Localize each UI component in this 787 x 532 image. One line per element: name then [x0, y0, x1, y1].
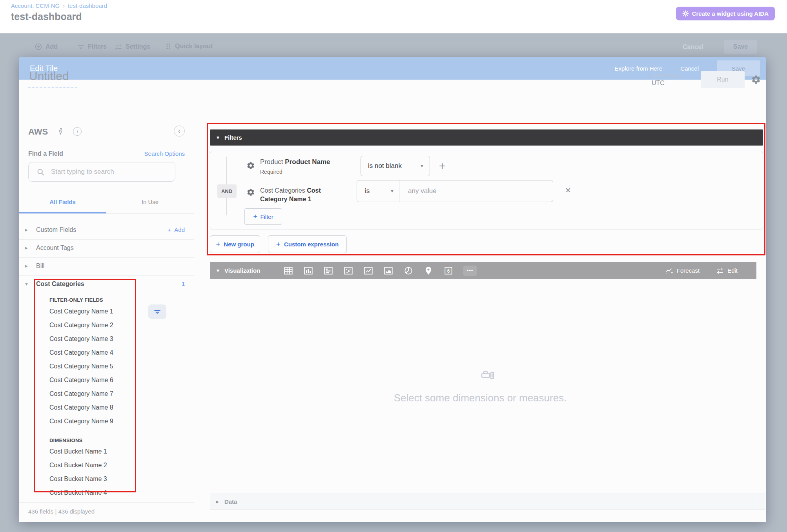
field-cost-category-7[interactable]: Cost Category Name 7 — [49, 390, 113, 397]
forecast-button[interactable]: Forecast — [665, 267, 700, 275]
grid-dots-icon — [165, 43, 172, 50]
tab-in-use[interactable]: In Use — [106, 191, 194, 213]
add-value-plus-icon[interactable]: + — [439, 160, 445, 172]
field-search-box[interactable] — [28, 162, 175, 182]
timezone-value: UTC — [652, 80, 681, 87]
add-custom-field-link[interactable]: + Add — [168, 226, 185, 233]
svg-text:6: 6 — [447, 268, 450, 273]
toolbar-settings-button[interactable]: Settings — [115, 43, 150, 51]
field-search-input[interactable] — [51, 168, 165, 176]
plus-icon: + — [216, 240, 220, 249]
flashlight-icon — [481, 369, 496, 381]
chevron-down-icon: ▼ — [391, 189, 394, 193]
page-title: test-dashboard — [11, 11, 82, 22]
field-picker-sidebar: AWS i ‹ Find a Field Search Options All … — [19, 116, 194, 522]
toolbar-save-button[interactable]: Save — [724, 40, 757, 54]
breadcrumb-separator: › — [63, 3, 65, 9]
timezone-control[interactable]: Time Zone ▼ UTC — [652, 72, 681, 87]
sidebar-group-custom-fields[interactable]: ▶ Custom Fields + Add — [19, 222, 194, 240]
field-count-footer: 436 fields | 436 displayed — [19, 502, 194, 522]
field-cost-category-2[interactable]: Cost Category Name 2 — [49, 322, 113, 329]
add-filter-button[interactable]: + Filter — [244, 208, 282, 225]
pie-chart-icon[interactable] — [403, 266, 414, 276]
dimensions-heading: DIMENSIONS — [49, 437, 82, 443]
caret-right-icon: ▶ — [25, 264, 28, 268]
info-icon[interactable]: i — [73, 127, 82, 136]
search-options-link[interactable]: Search Options — [144, 150, 185, 157]
add-circle-icon — [35, 43, 42, 51]
new-group-button[interactable]: + New group — [210, 235, 260, 253]
tile-name-input[interactable]: Untitled — [28, 69, 77, 87]
active-filter-icon[interactable] — [148, 304, 166, 319]
sidebar-group-bill[interactable]: ▶ Bill — [19, 258, 194, 276]
explore-source-label: AWS — [28, 127, 48, 137]
area-chart-icon[interactable] — [383, 266, 394, 276]
scatter-plot-icon[interactable] — [343, 266, 353, 276]
filter-lines-icon — [77, 43, 85, 51]
field-cost-category-4[interactable]: Cost Category Name 4 — [49, 349, 113, 356]
caret-down-icon: ▼ — [217, 269, 219, 273]
field-cost-category-8[interactable]: Cost Category Name 8 — [49, 404, 113, 411]
field-cost-bucket-3[interactable]: Cost Bucket Name 3 — [49, 476, 107, 483]
column-chart-icon[interactable] — [303, 266, 313, 276]
sidebar-group-cost-categories[interactable]: ▼ Cost Categories 1 — [19, 276, 194, 294]
sliders-icon — [716, 267, 724, 275]
remove-filter-icon[interactable]: × — [565, 186, 571, 195]
field-cost-category-3[interactable]: Cost Category Name 3 — [49, 335, 113, 343]
bar-chart-icon[interactable] — [323, 266, 333, 276]
field-cost-bucket-2[interactable]: Cost Bucket Name 2 — [49, 462, 107, 469]
explore-from-here-link[interactable]: Explore from Here — [615, 65, 663, 72]
search-icon — [36, 168, 45, 176]
breadcrumb-account[interactable]: Account: CCM-NG — [11, 2, 60, 9]
viz-type-picker: 6 ••• — [283, 262, 477, 279]
filter-gear-icon[interactable] — [246, 188, 255, 197]
operator-dropdown[interactable]: is not blank ▼ — [361, 156, 430, 176]
table-icon[interactable] — [283, 266, 293, 276]
find-a-field-label: Find a Field — [28, 150, 63, 157]
toolbar-filters-button[interactable]: Filters — [77, 43, 107, 51]
more-viz-types-icon[interactable]: ••• — [463, 266, 477, 276]
toolbar-quick-layout-button[interactable]: Quick layout — [165, 43, 213, 50]
field-cost-category-9[interactable]: Cost Category Name 9 — [49, 418, 113, 425]
visualization-section-header[interactable]: ▼ Visualization 6 ••• Forecast — [210, 262, 756, 279]
bolt-icon — [56, 127, 64, 136]
filter-gear-icon[interactable] — [246, 161, 255, 170]
custom-expression-button[interactable]: + Custom expression — [268, 235, 347, 253]
filters-group-card: Product Product Name Required is not bla… — [210, 151, 763, 230]
in-use-count-badge: 1 — [182, 281, 185, 287]
caret-right-icon: ▶ — [25, 228, 28, 232]
caret-down-icon: ▼ — [217, 136, 219, 140]
data-section-header[interactable]: ▶ Data — [210, 494, 765, 510]
map-pin-icon[interactable] — [423, 266, 434, 276]
line-chart-icon[interactable] — [363, 266, 373, 276]
tile-settings-gear-icon[interactable] — [751, 75, 761, 85]
run-button[interactable]: Run — [701, 71, 745, 88]
edit-tile-modal: Edit Tile Explore from Here Cancel Save … — [19, 57, 766, 522]
tab-all-fields[interactable]: All Fields — [19, 191, 106, 213]
create-widget-aida-button[interactable]: Create a widget using AIDA — [676, 7, 775, 20]
field-cost-bucket-4[interactable]: Cost Bucket Name 4 — [49, 489, 107, 496]
chevron-down-icon: ▼ — [678, 75, 681, 78]
active-tab-underline — [19, 212, 106, 213]
filter-value-input[interactable] — [399, 180, 553, 202]
filter-only-fields-heading: FILTER-ONLY FIELDS — [49, 297, 103, 303]
caret-right-icon: ▶ — [25, 246, 28, 250]
operator-dropdown[interactable]: is ▼ — [357, 180, 399, 202]
modal-cancel-button[interactable]: Cancel — [680, 65, 699, 72]
visualization-empty-state: Select some dimensions or measures. — [194, 279, 766, 494]
collapse-panel-icon[interactable]: ‹ — [174, 126, 185, 137]
empty-state-message: Select some dimensions or measures. — [194, 392, 766, 404]
toolbar-cancel-button[interactable]: Cancel — [683, 44, 703, 51]
and-connector-chip[interactable]: AND — [217, 184, 237, 198]
toolbar-add-button[interactable]: Add — [35, 43, 58, 51]
caret-right-icon: ▶ — [216, 500, 219, 504]
field-cost-category-1[interactable]: Cost Category Name 1 — [49, 308, 113, 315]
field-cost-bucket-1[interactable]: Cost Bucket Name 1 — [49, 448, 107, 455]
field-cost-category-5[interactable]: Cost Category Name 5 — [49, 363, 113, 370]
filters-section-header[interactable]: ▼ Filters — [210, 129, 763, 146]
sidebar-group-account-tags[interactable]: ▶ Account Tags — [19, 240, 194, 258]
breadcrumb-current[interactable]: test-dashboard — [68, 2, 107, 9]
single-value-icon[interactable]: 6 — [443, 266, 454, 276]
edit-viz-button[interactable]: Edit — [716, 267, 738, 275]
field-cost-category-6[interactable]: Cost Category Name 6 — [49, 377, 113, 384]
